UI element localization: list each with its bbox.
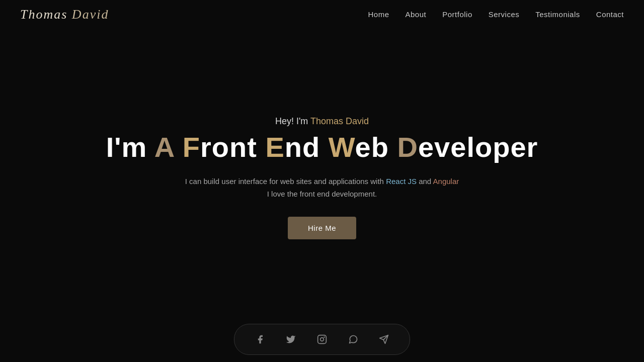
title-letter-E: E: [265, 131, 284, 163]
logo[interactable]: Thomas David: [20, 7, 109, 22]
reactjs-link[interactable]: React JS: [386, 177, 417, 186]
title-letter-D: D: [397, 131, 418, 163]
nav-link-about[interactable]: About: [406, 10, 427, 19]
nav-link-home[interactable]: Home: [368, 10, 389, 19]
instagram-icon[interactable]: [312, 329, 332, 349]
nav-item-contact[interactable]: Contact: [596, 10, 624, 19]
nav-link-portfolio[interactable]: Portfolio: [442, 10, 472, 19]
nav-item-testimonials[interactable]: Testimonials: [535, 10, 580, 19]
title-letter-W: W: [329, 131, 355, 163]
nav-item-services[interactable]: Services: [489, 10, 520, 19]
logo-thomas: Thomas: [20, 7, 67, 22]
logo-david: David: [72, 7, 109, 22]
nav-links: Home About Portfolio Services Testimonia…: [368, 10, 624, 19]
svg-point-1: [320, 338, 324, 341]
title-letter-F: F: [183, 131, 200, 163]
hero-greeting: Hey! I'm Thomas David: [275, 116, 369, 127]
svg-rect-0: [318, 335, 327, 344]
nav-link-services[interactable]: Services: [489, 10, 520, 19]
telegram-icon[interactable]: [374, 329, 394, 349]
description-prefix: I can build user interface for web sites…: [185, 177, 386, 186]
navbar: Thomas David Home About Portfolio Servic…: [0, 0, 644, 29]
greeting-prefix: Hey! I'm: [275, 116, 310, 126]
greeting-name: Thomas David: [310, 116, 369, 126]
social-bar: [234, 324, 410, 355]
description-mid: and: [417, 177, 433, 186]
nav-item-about[interactable]: About: [406, 10, 427, 19]
logo-space: [67, 7, 72, 22]
nav-link-testimonials[interactable]: Testimonials: [535, 10, 580, 19]
nav-item-home[interactable]: Home: [368, 10, 389, 19]
angular-link[interactable]: Angular: [433, 177, 459, 186]
hire-me-button[interactable]: Hire Me: [288, 217, 356, 239]
description-line2: I love the front end development.: [267, 190, 377, 198]
hero-section: Hey! I'm Thomas David I'm A Front End We…: [0, 29, 644, 327]
nav-link-contact[interactable]: Contact: [596, 10, 624, 19]
twitter-icon[interactable]: [281, 329, 301, 349]
facebook-icon[interactable]: [250, 329, 270, 349]
svg-point-2: [324, 336, 325, 338]
nav-item-portfolio[interactable]: Portfolio: [442, 10, 472, 19]
whatsapp-icon[interactable]: [343, 329, 363, 349]
title-letter-A: A: [154, 131, 174, 163]
hero-description: I can build user interface for web sites…: [185, 175, 459, 201]
hero-title: I'm A Front End Web Developer: [106, 132, 538, 163]
